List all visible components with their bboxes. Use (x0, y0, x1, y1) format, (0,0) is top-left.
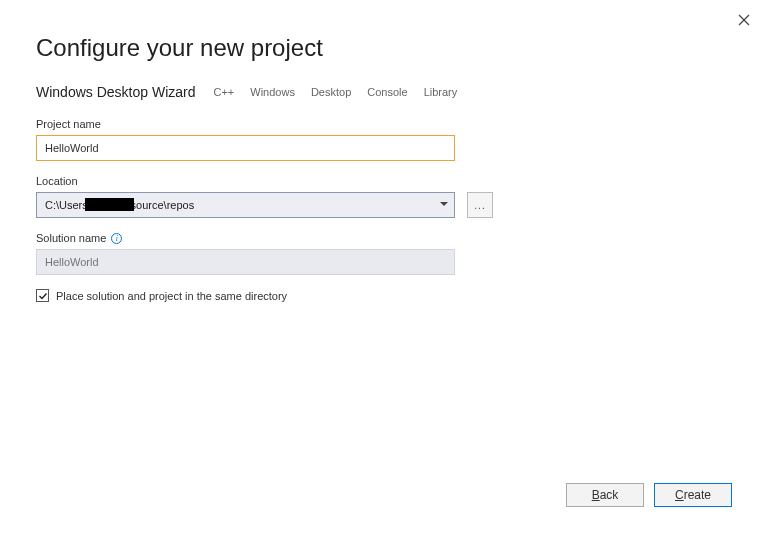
same-directory-checkbox[interactable] (36, 289, 49, 302)
project-name-input[interactable] (36, 135, 455, 161)
tag-console: Console (367, 86, 407, 98)
browse-button[interactable]: ... (467, 192, 493, 218)
redacted-text (85, 198, 134, 211)
template-tags: C++ Windows Desktop Console Library (214, 86, 458, 98)
project-name-label: Project name (36, 118, 732, 130)
back-button[interactable]: Back (566, 483, 644, 507)
tag-cpp: C++ (214, 86, 235, 98)
page-title: Configure your new project (36, 0, 732, 84)
create-button[interactable]: Create (654, 483, 732, 507)
check-icon (38, 291, 48, 301)
tag-library: Library (424, 86, 458, 98)
template-header: Windows Desktop Wizard C++ Windows Deskt… (36, 84, 732, 100)
template-name: Windows Desktop Wizard (36, 84, 196, 100)
solution-name-input (36, 249, 455, 275)
info-icon[interactable]: i (111, 233, 122, 244)
location-label: Location (36, 175, 732, 187)
close-icon[interactable] (736, 12, 752, 28)
tag-windows: Windows (250, 86, 295, 98)
solution-name-label: Solution name i (36, 232, 732, 244)
same-directory-label: Place solution and project in the same d… (56, 290, 287, 302)
footer-buttons: Back Create (566, 483, 732, 507)
tag-desktop: Desktop (311, 86, 351, 98)
